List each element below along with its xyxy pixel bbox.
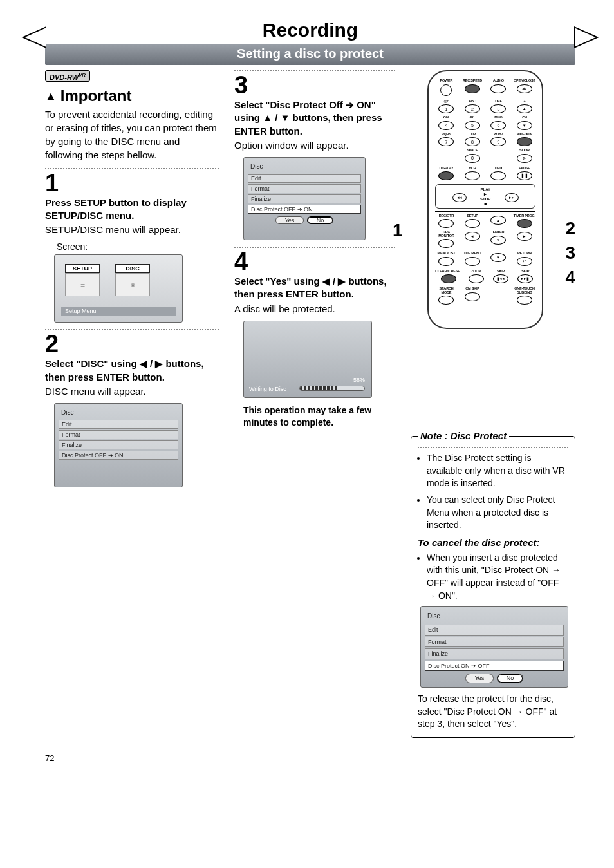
top-menu-label: TOP MENU <box>461 252 484 256</box>
menu-row: Format <box>248 184 361 193</box>
skip-back-label: SKIP <box>490 270 511 274</box>
setup-tab: SETUP <box>65 264 100 273</box>
num-2-button[interactable]: 2 <box>465 104 480 113</box>
disc-menu-title: Disc <box>425 610 564 622</box>
key-sup: CH <box>514 116 536 120</box>
skip-back-button[interactable]: ▮◂◂ <box>493 274 508 283</box>
key-sup: ABC <box>461 100 484 104</box>
one-touch-dubbing-button[interactable] <box>517 296 532 305</box>
num-1-button[interactable]: 1 <box>438 104 454 113</box>
screen-label: Screen: <box>57 241 219 252</box>
rec-speed-button[interactable] <box>465 84 480 93</box>
open-close-button[interactable]: ⏏ <box>517 84 532 93</box>
disc-menu-title: Disc <box>248 162 361 171</box>
note-separator <box>418 447 568 448</box>
step-4-bold: Select "Yes" using ◀ / ▶ buttons, then p… <box>234 275 395 301</box>
num-0-button[interactable]: 0 <box>465 154 480 163</box>
badge-text: DVD-RW <box>50 73 79 81</box>
key-sup: SLOW <box>514 149 536 153</box>
remote-row-6: MENU/LIST TOP MENU ▾ RETURN↩ <box>435 252 535 266</box>
writing-progress-screen: 58% Writing to Disc <box>243 321 372 398</box>
ff-button[interactable]: ▸▸ <box>505 193 519 202</box>
one-touch-dubbing-label: ONE-TOUCH DUBBING <box>514 287 536 294</box>
num-4-button[interactable]: 4 <box>438 121 454 130</box>
rec-otr-label: REC/OTR <box>435 214 458 218</box>
pause-button[interactable]: ❚❚ <box>517 171 532 180</box>
menu-row: Finalize <box>248 194 361 203</box>
separator <box>234 247 395 248</box>
menu-row: Disc Protect OFF ➔ ON <box>59 451 178 460</box>
right-button[interactable]: ▸ <box>517 232 532 241</box>
key-sup: + <box>514 100 536 104</box>
setup-button[interactable] <box>465 219 480 228</box>
disc-menu-screen-2: Disc Edit Format Finalize Disc Protect O… <box>243 157 366 240</box>
menu-row: Edit <box>248 174 361 183</box>
menu-row: Edit <box>59 420 178 429</box>
cancel-heading: To cancel the disc protect: <box>418 536 568 549</box>
stop-label: STOP <box>480 197 490 202</box>
key-sup: MNO <box>487 116 510 120</box>
page-title: Recording <box>45 19 575 44</box>
ch-up-button[interactable]: ▴ <box>517 104 532 113</box>
audio-button[interactable] <box>490 84 506 93</box>
num-5-button[interactable]: 5 <box>465 121 480 130</box>
column-3: 1 POWER REC SPEED AUDIO OPEN/CLOSE⏏ @/:1… <box>411 70 575 738</box>
column-1: DVD-RWVR Important To prevent accidental… <box>45 70 219 493</box>
down-button[interactable]: ▾ <box>490 253 506 262</box>
page-header: Recording Setting a disc to protect <box>45 19 575 65</box>
rec-monitor-button[interactable] <box>438 239 454 248</box>
search-mode-button[interactable] <box>438 296 454 305</box>
cm-skip-button[interactable] <box>465 292 480 301</box>
key-sup: GHI <box>435 116 458 120</box>
dvd-button[interactable] <box>490 171 506 180</box>
top-menu-button[interactable] <box>465 257 480 266</box>
remote-right-indicators: 2 3 4 <box>565 220 575 287</box>
power-button[interactable] <box>440 84 452 96</box>
remote-indicator-4: 4 <box>565 269 575 287</box>
yes-no-row: Yes No <box>248 216 361 224</box>
display-button[interactable] <box>438 171 454 180</box>
ch-down-button[interactable]: ▾ <box>517 121 532 130</box>
timer-prog-label: TIMER PROG. <box>514 214 536 218</box>
vcr-button[interactable] <box>465 171 480 180</box>
menu-row: Finalize <box>425 648 564 659</box>
step-3-body: Option window will appear. <box>234 139 395 152</box>
video-tv-button[interactable] <box>517 137 532 146</box>
step-2-number: 2 <box>45 332 219 356</box>
rew-button[interactable]: ◂◂ <box>452 193 467 202</box>
disc-menu-title: Disc <box>59 408 178 417</box>
up-button[interactable]: ▴ <box>490 216 506 225</box>
return-button[interactable]: ↩ <box>517 257 532 266</box>
remote-control: POWER REC SPEED AUDIO OPEN/CLOSE⏏ @/:1 A… <box>427 70 543 329</box>
rec-otr-button[interactable] <box>438 219 454 228</box>
yes-option: Yes <box>465 674 494 683</box>
key-sup: @/: <box>435 100 458 104</box>
no-option: No <box>497 674 524 683</box>
num-8-button[interactable]: 8 <box>465 137 480 146</box>
setup-disc-screen: SETUP ☰ DISC ◉ Setup Menu <box>54 254 183 323</box>
zoom-button[interactable] <box>469 274 484 283</box>
num-6-button[interactable]: 6 <box>490 121 506 130</box>
enter-button[interactable]: ▾ <box>490 236 506 245</box>
svg-marker-1 <box>574 27 597 48</box>
menu-list-button[interactable] <box>438 257 454 266</box>
left-button[interactable]: ◂ <box>465 232 480 241</box>
important-body: To prevent accidental recording, editing… <box>45 108 219 162</box>
operation-warning: This operation may take a few minutes to… <box>243 404 378 429</box>
num-7-button[interactable]: 7 <box>438 137 454 146</box>
step-1-number: 1 <box>45 171 219 195</box>
key-sup: WXYZ <box>487 133 510 137</box>
timer-prog-button[interactable] <box>517 219 532 228</box>
num-9-button[interactable]: 9 <box>490 137 506 146</box>
slow-button[interactable]: ⊳ <box>517 154 532 163</box>
skip-fwd-button[interactable]: ▸▸▮ <box>517 274 533 283</box>
key-sup: TUV <box>461 133 484 137</box>
remote-indicator-1: 1 <box>393 222 403 240</box>
cm-skip-label: CM SKIP <box>461 287 484 291</box>
clear-button[interactable] <box>441 274 456 283</box>
progress-fill <box>300 386 337 390</box>
remote-indicator-2: 2 <box>565 220 575 238</box>
step-3-number: 3 <box>234 73 395 97</box>
disc-menu-screen-1: Disc Edit Format Finalize Disc Protect O… <box>54 403 183 487</box>
num-3-button[interactable]: 3 <box>490 104 506 113</box>
